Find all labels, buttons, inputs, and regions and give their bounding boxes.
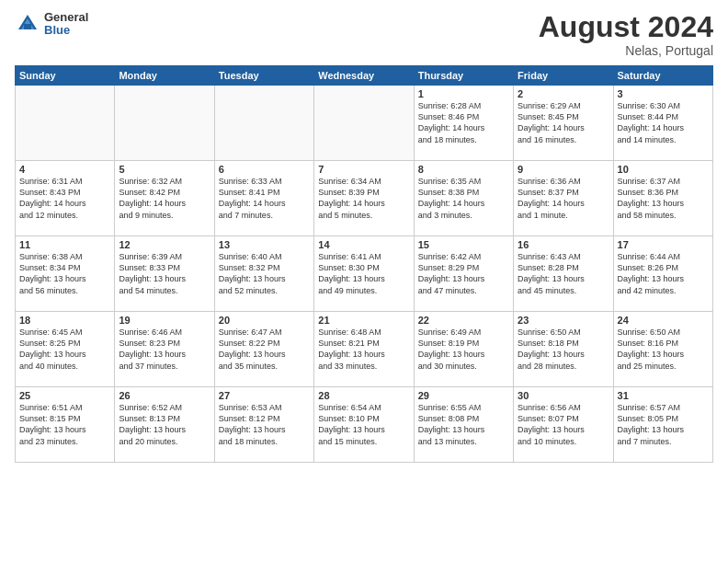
day-info: Sunrise: 6:45 AM Sunset: 8:25 PM Dayligh… [19,327,110,372]
day-number: 30 [518,390,609,401]
day-number: 11 [19,239,110,250]
day-info: Sunrise: 6:46 AM Sunset: 8:23 PM Dayligh… [119,327,210,372]
table-row [214,86,313,161]
calendar-week-row: 11Sunrise: 6:38 AM Sunset: 8:34 PM Dayli… [16,236,713,312]
day-number: 1 [418,88,509,99]
day-info: Sunrise: 6:30 AM Sunset: 8:44 PM Dayligh… [618,100,709,145]
day-info: Sunrise: 6:50 AM Sunset: 8:16 PM Dayligh… [618,327,709,372]
day-info: Sunrise: 6:39 AM Sunset: 8:33 PM Dayligh… [119,251,210,296]
table-row: 25Sunrise: 6:51 AM Sunset: 8:15 PM Dayli… [16,387,115,463]
table-row: 26Sunrise: 6:52 AM Sunset: 8:13 PM Dayli… [115,387,214,463]
table-row: 12Sunrise: 6:39 AM Sunset: 8:33 PM Dayli… [115,236,214,312]
day-number: 28 [318,390,409,401]
day-number: 18 [19,315,110,326]
day-number: 8 [418,164,509,175]
day-info: Sunrise: 6:34 AM Sunset: 8:39 PM Dayligh… [318,176,409,221]
day-number: 29 [418,390,509,401]
day-number: 31 [618,390,709,401]
day-number: 21 [318,315,409,326]
day-number: 2 [518,88,609,99]
table-row [314,86,414,161]
table-row: 22Sunrise: 6:49 AM Sunset: 8:19 PM Dayli… [414,312,513,387]
day-info: Sunrise: 6:37 AM Sunset: 8:36 PM Dayligh… [618,176,709,221]
day-info: Sunrise: 6:57 AM Sunset: 8:05 PM Dayligh… [618,402,709,447]
day-number: 4 [19,164,110,175]
table-row: 30Sunrise: 6:56 AM Sunset: 8:07 PM Dayli… [514,387,613,463]
table-row: 7Sunrise: 6:34 AM Sunset: 8:39 PM Daylig… [314,161,414,236]
day-number: 22 [418,315,509,326]
table-row: 4Sunrise: 6:31 AM Sunset: 8:43 PM Daylig… [16,161,115,236]
table-row: 15Sunrise: 6:42 AM Sunset: 8:29 PM Dayli… [414,236,513,312]
title-block: August 2024 Nelas, Portugal [539,11,713,58]
table-row: 10Sunrise: 6:37 AM Sunset: 8:36 PM Dayli… [613,161,712,236]
col-saturday: Saturday [613,66,712,86]
day-number: 16 [518,239,609,250]
logo-icon [15,11,40,37]
table-row: 14Sunrise: 6:41 AM Sunset: 8:30 PM Dayli… [314,236,414,312]
table-row: 23Sunrise: 6:50 AM Sunset: 8:18 PM Dayli… [514,312,613,387]
day-number: 3 [618,88,709,99]
day-number: 20 [219,315,310,326]
table-row [16,86,115,161]
logo-general-text: General [44,11,88,24]
table-row: 3Sunrise: 6:30 AM Sunset: 8:44 PM Daylig… [613,86,712,161]
table-row: 21Sunrise: 6:48 AM Sunset: 8:21 PM Dayli… [314,312,414,387]
header: General Blue August 2024 Nelas, Portugal [15,11,713,58]
table-row: 17Sunrise: 6:44 AM Sunset: 8:26 PM Dayli… [613,236,712,312]
table-row: 11Sunrise: 6:38 AM Sunset: 8:34 PM Dayli… [16,236,115,312]
day-number: 26 [119,390,210,401]
day-info: Sunrise: 6:43 AM Sunset: 8:28 PM Dayligh… [518,251,609,296]
day-info: Sunrise: 6:50 AM Sunset: 8:18 PM Dayligh… [518,327,609,372]
day-info: Sunrise: 6:32 AM Sunset: 8:42 PM Dayligh… [119,176,210,221]
col-tuesday: Tuesday [214,66,313,86]
calendar: Sunday Monday Tuesday Wednesday Thursday… [15,65,713,463]
month-title: August 2024 [539,11,713,43]
table-row: 28Sunrise: 6:54 AM Sunset: 8:10 PM Dayli… [314,387,414,463]
day-info: Sunrise: 6:47 AM Sunset: 8:22 PM Dayligh… [219,327,310,372]
table-row: 31Sunrise: 6:57 AM Sunset: 8:05 PM Dayli… [613,387,712,463]
calendar-week-row: 25Sunrise: 6:51 AM Sunset: 8:15 PM Dayli… [16,387,713,463]
table-row: 6Sunrise: 6:33 AM Sunset: 8:41 PM Daylig… [214,161,313,236]
table-row: 16Sunrise: 6:43 AM Sunset: 8:28 PM Dayli… [514,236,613,312]
day-info: Sunrise: 6:33 AM Sunset: 8:41 PM Dayligh… [219,176,310,221]
day-number: 15 [418,239,509,250]
day-info: Sunrise: 6:54 AM Sunset: 8:10 PM Dayligh… [318,402,409,447]
col-sunday: Sunday [16,66,115,86]
calendar-week-row: 4Sunrise: 6:31 AM Sunset: 8:43 PM Daylig… [16,161,713,236]
day-info: Sunrise: 6:44 AM Sunset: 8:26 PM Dayligh… [618,251,709,296]
logo-text: General Blue [44,11,88,38]
day-number: 9 [518,164,609,175]
day-info: Sunrise: 6:36 AM Sunset: 8:37 PM Dayligh… [518,176,609,221]
table-row [115,86,214,161]
table-row: 9Sunrise: 6:36 AM Sunset: 8:37 PM Daylig… [514,161,613,236]
day-info: Sunrise: 6:38 AM Sunset: 8:34 PM Dayligh… [19,251,110,296]
table-row: 8Sunrise: 6:35 AM Sunset: 8:38 PM Daylig… [414,161,513,236]
day-number: 27 [219,390,310,401]
page: General Blue August 2024 Nelas, Portugal… [0,0,728,563]
table-row: 5Sunrise: 6:32 AM Sunset: 8:42 PM Daylig… [115,161,214,236]
day-info: Sunrise: 6:53 AM Sunset: 8:12 PM Dayligh… [219,402,310,447]
table-row: 1Sunrise: 6:28 AM Sunset: 8:46 PM Daylig… [414,86,513,161]
logo: General Blue [15,11,88,38]
day-number: 24 [618,315,709,326]
day-number: 19 [119,315,210,326]
day-info: Sunrise: 6:49 AM Sunset: 8:19 PM Dayligh… [418,327,509,372]
table-row: 18Sunrise: 6:45 AM Sunset: 8:25 PM Dayli… [16,312,115,387]
col-friday: Friday [514,66,613,86]
day-number: 25 [19,390,110,401]
day-number: 7 [318,164,409,175]
table-row: 20Sunrise: 6:47 AM Sunset: 8:22 PM Dayli… [214,312,313,387]
calendar-week-row: 18Sunrise: 6:45 AM Sunset: 8:25 PM Dayli… [16,312,713,387]
day-info: Sunrise: 6:31 AM Sunset: 8:43 PM Dayligh… [19,176,110,221]
day-info: Sunrise: 6:40 AM Sunset: 8:32 PM Dayligh… [219,251,310,296]
day-number: 17 [618,239,709,250]
day-number: 5 [119,164,210,175]
day-info: Sunrise: 6:42 AM Sunset: 8:29 PM Dayligh… [418,251,509,296]
location: Nelas, Portugal [539,43,713,58]
table-row: 13Sunrise: 6:40 AM Sunset: 8:32 PM Dayli… [214,236,313,312]
table-row: 27Sunrise: 6:53 AM Sunset: 8:12 PM Dayli… [214,387,313,463]
day-info: Sunrise: 6:41 AM Sunset: 8:30 PM Dayligh… [318,251,409,296]
day-number: 23 [518,315,609,326]
day-info: Sunrise: 6:35 AM Sunset: 8:38 PM Dayligh… [418,176,509,221]
day-info: Sunrise: 6:48 AM Sunset: 8:21 PM Dayligh… [318,327,409,372]
